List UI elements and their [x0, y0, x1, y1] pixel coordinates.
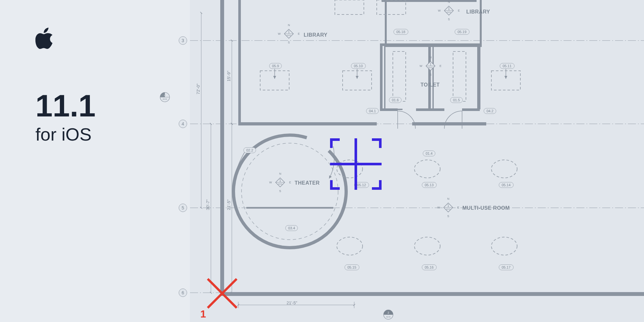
room-label-library-2: LIBRARY [466, 9, 490, 15]
crosshair-cursor-icon[interactable] [330, 138, 382, 190]
svg-point-39 [491, 237, 517, 255]
grid-bubble-4: 4 [179, 120, 187, 128]
tag-04-1: 04.1 [366, 108, 379, 114]
svg-rect-32 [393, 51, 406, 101]
tag-05-18: 05.18 [393, 29, 408, 35]
svg-rect-12 [480, 0, 482, 47]
x-marker-label: 1 [200, 308, 206, 320]
tag-05-11: 05.11 [500, 63, 515, 69]
blueprint-svg [190, 0, 644, 322]
svg-rect-33 [453, 51, 466, 101]
blueprint-canvas[interactable]: 3 4 5 6 LIBRARY LIBRARY TOILET THEATER M… [190, 0, 644, 322]
section-marker-2: 2 A2-01 [382, 308, 395, 321]
svg-point-23 [210, 112, 369, 271]
svg-rect-31 [377, 0, 406, 14]
svg-text:2: 2 [387, 311, 389, 314]
dim-30-7: 30'-7" [205, 199, 210, 210]
tag-05-14: 05.14 [499, 182, 514, 188]
compass-toilet: 1 A3-01 N S W E [421, 56, 440, 76]
tag-05-13: 05.13 [422, 182, 437, 188]
version-subtitle: for iOS [35, 124, 96, 145]
tag-02-2: 02.2 [243, 147, 256, 153]
svg-rect-7 [238, 122, 377, 125]
svg-point-35 [414, 160, 440, 178]
compass-library: 1 A3-01 N S W E [279, 24, 298, 43]
svg-rect-6 [238, 0, 241, 124]
svg-rect-11 [385, 0, 387, 47]
svg-point-37 [337, 237, 363, 255]
tag-01-4: 01.4 [423, 151, 435, 156]
svg-text:1: 1 [447, 204, 449, 207]
room-label-toilet: TOILET [421, 82, 440, 88]
dim-21-5h: 21'-5" [287, 300, 297, 305]
room-label-multiuse: MULTI-USE ROOM [462, 205, 510, 211]
dim-72-0: 72'-0" [196, 84, 201, 94]
svg-text:A3-01: A3-01 [447, 11, 451, 13]
tag-05-16: 05.16 [422, 264, 437, 270]
x-marker-icon[interactable] [203, 274, 242, 313]
svg-text:1: 1 [448, 7, 450, 11]
tag-01-5: 01.5 [450, 97, 463, 103]
tag-05-19: 05.19 [455, 29, 469, 35]
apple-logo-icon [35, 27, 55, 51]
svg-text:A3-01: A3-01 [446, 208, 450, 210]
svg-rect-4 [220, 0, 224, 296]
dim-15-9: 15'-9" [226, 71, 231, 81]
grid-bubble-3: 3 [179, 36, 187, 45]
compass-multiuse: 1 A3-01 N S W E [439, 198, 458, 217]
svg-text:1: 1 [279, 179, 281, 182]
svg-text:A2-01: A2-01 [386, 316, 391, 318]
tag-05-10: 05.10 [351, 63, 366, 69]
compass-library-2: 1 A3-01 N S W E [439, 1, 459, 20]
dim-21-5v: 21'-5" [226, 199, 231, 210]
svg-text:A3-01: A3-01 [428, 67, 433, 69]
tag-04-2: 04.2 [484, 108, 496, 114]
svg-text:A3-01: A3-01 [278, 183, 282, 185]
svg-text:1: 1 [288, 30, 290, 34]
grid-bubble-6: 6 [179, 289, 187, 297]
section-marker-4: 4 A2-01 4 [158, 91, 171, 104]
svg-point-36 [491, 160, 517, 178]
svg-text:4: 4 [164, 94, 166, 97]
tag-03-4: 03.4 [285, 225, 298, 231]
brand-section: 11.1 for iOS [35, 27, 96, 145]
svg-rect-8 [412, 122, 486, 125]
tag-01-6: 01.6 [389, 97, 402, 103]
tag-05-17: 05.17 [499, 264, 514, 270]
tag-05-9: 05.9 [269, 63, 282, 69]
svg-text:A2-01: A2-01 [163, 98, 167, 100]
compass-theater: 1 A3-01 N S W E [270, 173, 290, 192]
svg-rect-5 [220, 292, 644, 296]
room-label-library: LIBRARY [304, 32, 327, 38]
svg-rect-30 [335, 0, 364, 14]
svg-text:A3-01: A3-01 [287, 34, 291, 36]
room-label-theater: THEATER [295, 180, 320, 186]
svg-text:1: 1 [430, 62, 431, 66]
grid-bubble-5: 5 [179, 204, 187, 212]
tag-05-15: 05.15 [345, 264, 359, 270]
version-title: 11.1 [35, 90, 96, 121]
svg-point-38 [414, 237, 440, 255]
